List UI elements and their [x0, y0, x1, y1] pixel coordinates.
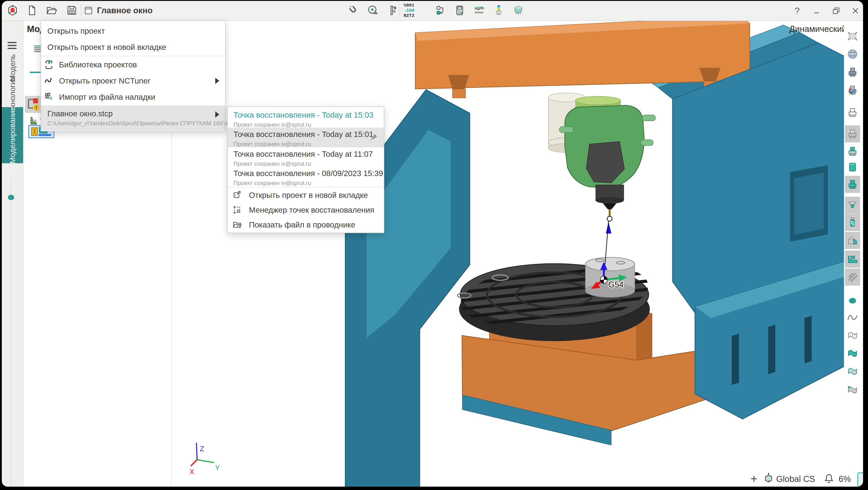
measure-tape-button[interactable]: [367, 4, 379, 17]
part-teal-gray-icon[interactable]: [845, 143, 860, 160]
surface-flag-dot-icon[interactable]: [845, 382, 860, 399]
shaded-sphere-icon[interactable]: [845, 45, 860, 63]
menu-item-project-library[interactable]: Библиотека проектов: [41, 57, 225, 73]
axis-z-label: Z: [200, 445, 204, 453]
part-teal-icon[interactable]: [845, 158, 860, 176]
top-toolbar: Главное окно %001 →1G0 N2T2: [2, 1, 863, 21]
file-menu: Открыть проект Открыть проект в новой вк…: [41, 21, 225, 131]
help-button[interactable]: ?: [795, 6, 800, 16]
save-project-button[interactable]: [66, 4, 78, 17]
caliper-button[interactable]: [386, 4, 399, 17]
restore-manager-icon: [232, 205, 242, 215]
surface-flag-outline-icon[interactable]: [845, 363, 860, 380]
app-window: G54 Z Y X Динамический + Global CS: [2, 1, 863, 487]
bell-icon[interactable]: [823, 472, 835, 485]
library-icon: [44, 60, 54, 70]
fit-view-icon[interactable]: [845, 28, 860, 45]
show-in-explorer-icon: [232, 220, 242, 230]
toggle-compare-button[interactable]: [434, 4, 446, 17]
spline-curve-icon[interactable]: [845, 309, 860, 327]
new-project-button[interactable]: [26, 4, 38, 17]
right-toolbar: [844, 21, 863, 487]
menu-item-import-setup[interactable]: Импорт из файла наладки: [41, 89, 225, 105]
restore-point-item[interactable]: Точка восстановления - 08/09/2023 15:39 …: [228, 166, 384, 186]
surface-flag-icon[interactable]: [845, 345, 860, 363]
open-project-button[interactable]: [45, 4, 58, 17]
machine-model: [345, 21, 863, 487]
part-teal-stock-icon[interactable]: [845, 176, 860, 193]
part-shaded-icon[interactable]: [845, 64, 860, 81]
submenu-arrow-icon: [215, 78, 219, 84]
part-wireframe-icon[interactable]: [845, 104, 860, 121]
calculator-button[interactable]: [454, 4, 466, 17]
coordinate-system-icon: [762, 472, 775, 485]
submenu-arrow-icon: [215, 112, 219, 118]
project-tab-title: Главное окно: [97, 6, 153, 15]
restore-point-item[interactable]: Точка восстановления - Today at 15:03 Пр…: [228, 108, 384, 127]
pin-icon[interactable]: [369, 132, 378, 142]
toolbar-separator: [81, 4, 81, 16]
wcs-label: G54: [608, 280, 624, 289]
submenu-action-restore-manager[interactable]: Менеджер точек восстановаления: [228, 203, 384, 217]
import-setup-icon: [44, 92, 54, 102]
submenu-action-open-new-tab[interactable]: Открыть проект в новой вкладке: [228, 188, 384, 203]
nctuner-icon: [44, 76, 54, 86]
graphs-button[interactable]: [473, 4, 486, 17]
gcode-view-button[interactable]: %001 →1G0 N2T2: [404, 3, 428, 18]
status-bar: + Global CS 6%: [740, 470, 863, 487]
cs-selector[interactable]: Global CS: [776, 474, 815, 484]
restore-point-item[interactable]: Точка восстановления - Today at 11:07 Пр…: [228, 147, 384, 166]
machine-node-icon[interactable]: [845, 232, 860, 249]
selected-node-tile[interactable]: [25, 96, 42, 113]
tab-modeling[interactable]: Моделирование: [2, 107, 23, 163]
tool-cone-icon[interactable]: [845, 197, 860, 214]
menu-item-open-project-new-tab[interactable]: Открыть проект в новой вкладке: [41, 39, 225, 55]
restore-point-item[interactable]: Точка восстановления - Today at 15:01 Пр…: [228, 127, 384, 147]
model-warning-icon: [25, 96, 42, 113]
project-tab[interactable]: Главное окно: [84, 4, 153, 17]
part-gray-icon[interactable]: [845, 125, 860, 142]
timeline-dot[interactable]: [8, 195, 14, 200]
tool-heatmap-button[interactable]: [493, 4, 505, 17]
app-logo[interactable]: [6, 4, 19, 17]
submenu-action-show-in-explorer[interactable]: Показать файл в проводнике: [228, 217, 384, 232]
snap-magnet-button[interactable]: [347, 4, 360, 17]
tab-window-icon: [84, 6, 93, 16]
view-mode-label: Динамический: [789, 24, 846, 34]
axis-x-label: X: [189, 468, 194, 476]
simulation-button[interactable]: [512, 4, 525, 17]
axes-triad: Z Y X: [189, 443, 220, 476]
machine-fixture-icon[interactable]: [845, 251, 860, 268]
part-cs-icon[interactable]: [845, 82, 860, 99]
restore-window-button[interactable]: [831, 6, 841, 16]
machine-tree-icon[interactable]: [29, 115, 39, 125]
tool-mill-icon[interactable]: [845, 214, 860, 231]
menu-item-recent-project[interactable]: Главное окно.stcp C:\Users\igor_v\Yandex…: [41, 106, 225, 130]
menu-item-open-nctuner[interactable]: Открыть проект NCTuner: [41, 73, 225, 89]
left-tab-strip: Модель Технология Моделирование: [2, 21, 24, 487]
timeline-line: [10, 178, 11, 487]
menu-item-open-project[interactable]: Открыть проект: [41, 23, 225, 39]
toolbar-separator: [400, 4, 400, 16]
axis-y-label: Y: [215, 464, 220, 472]
hatch-faces-icon[interactable]: [845, 269, 860, 286]
minimize-button[interactable]: [812, 6, 822, 16]
restore-points-submenu: Точка восстановления - Today at 15:03 Пр…: [227, 106, 384, 233]
open-new-tab-icon: [232, 190, 242, 200]
progress-value: 6%: [839, 474, 851, 484]
close-button[interactable]: [850, 6, 860, 16]
surface-wire-flag-icon[interactable]: [845, 328, 860, 344]
accent-dot-icon[interactable]: [845, 292, 860, 309]
add-cs-button[interactable]: +: [750, 471, 757, 486]
